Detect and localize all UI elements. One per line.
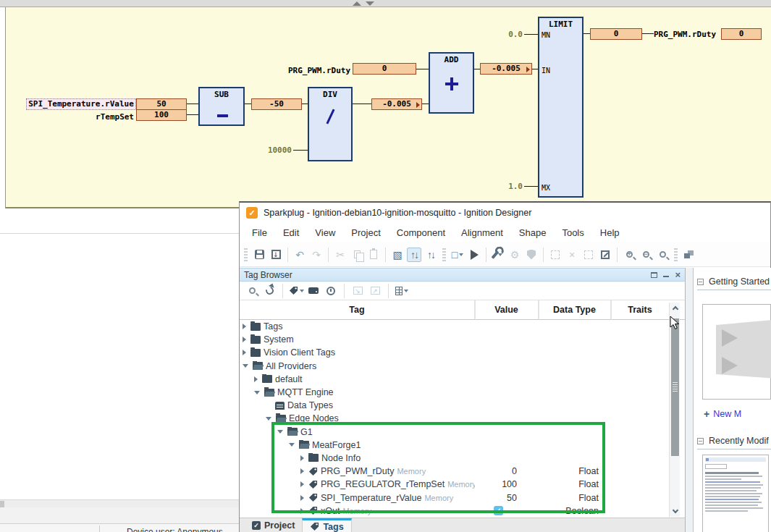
tab-tags[interactable]: Tags	[302, 518, 351, 532]
toolbar-grip[interactable]	[674, 248, 678, 261]
search-button[interactable]	[245, 284, 258, 297]
paste-button[interactable]	[366, 248, 381, 262]
vertical-scrollbar[interactable]	[669, 303, 680, 517]
toolbar-grip[interactable]	[442, 248, 446, 261]
float-panel-icon[interactable]	[651, 272, 657, 278]
minimize-panel-icon[interactable]	[663, 276, 669, 277]
scrollbar-thumb[interactable]	[0, 501, 4, 507]
menu-project[interactable]: Project	[343, 223, 388, 242]
fbd-variable-pwm-in[interactable]: PRG_PWM.rDuty	[288, 66, 350, 75]
save-import-button[interactable]: ↓	[269, 248, 283, 262]
zoom-reset-button[interactable]	[655, 248, 670, 262]
panel-splitter[interactable]	[686, 268, 693, 532]
cut-button[interactable]: ✂	[333, 248, 347, 262]
tree-row-default[interactable]: default	[240, 373, 685, 386]
preview-play-button[interactable]	[467, 248, 481, 262]
menu-alignment[interactable]: Alignment	[453, 223, 511, 242]
fbd-value-add-out[interactable]: -0.005	[480, 63, 532, 75]
add-tag-button[interactable]	[290, 284, 303, 297]
refresh-button[interactable]	[263, 284, 276, 297]
collapse-arrow-icon[interactable]	[254, 391, 260, 394]
scroll-up-button[interactable]	[670, 303, 681, 313]
sort-ascending-toggle[interactable]: ↑↓	[407, 248, 421, 262]
tree-row-all-providers[interactable]: All Providers	[240, 360, 685, 373]
udt-definitions-button[interactable]	[307, 284, 320, 297]
column-header-datatype[interactable]: Data Type	[539, 300, 611, 319]
resize-button[interactable]	[598, 248, 612, 262]
shape-select-button[interactable]: □	[450, 248, 465, 262]
collapse-section-icon[interactable]	[697, 279, 704, 285]
splitter-up-icon[interactable]	[353, 1, 361, 6]
collapse-bounds-button[interactable]: ×	[565, 248, 579, 262]
tools-wrench-button[interactable]	[491, 248, 505, 262]
close-panel-icon[interactable]: ×	[675, 271, 681, 279]
fbd-value-div-out[interactable]: -0.005	[371, 98, 422, 110]
fbd-value-pwm-out[interactable]: 0	[721, 28, 762, 40]
menu-edit[interactable]: Edit	[275, 223, 307, 242]
security-button[interactable]	[524, 248, 539, 262]
fbd-variable-rtempset[interactable]: rTempSet	[56, 112, 134, 122]
fbd-variable-spi-temperature[interactable]: SPI_Temperature.rValue	[26, 98, 136, 110]
sort-descending-toggle[interactable]: ↑↓	[424, 248, 438, 262]
new-item-link[interactable]: + New M	[704, 408, 741, 420]
recently-modified-section-header[interactable]: Recently Modif	[697, 436, 771, 446]
fbd-block-div[interactable]: DIV	[308, 87, 353, 161]
collapse-arrow-icon[interactable]	[266, 417, 271, 421]
fbd-value-pwm-in[interactable]: 0	[353, 63, 416, 75]
getting-started-thumbnail[interactable]	[702, 304, 771, 400]
getting-started-section-header[interactable]: Getting Started	[697, 276, 771, 287]
menu-view[interactable]: View	[307, 223, 343, 242]
tree-row-vision-client-tags[interactable]: Vision Client Tags	[240, 346, 685, 359]
horizontal-scrollbar[interactable]	[0, 499, 239, 507]
collapse-section-icon[interactable]	[697, 438, 704, 444]
grid-options-button[interactable]	[395, 284, 408, 297]
menu-tools[interactable]: Tools	[554, 223, 591, 242]
save-button[interactable]	[252, 248, 266, 262]
fbd-value-limit-out[interactable]: 0	[590, 28, 642, 40]
tree-row-data-types[interactable]: Data Types	[240, 399, 685, 412]
undo-button[interactable]: ↶	[292, 248, 307, 262]
tree-row-system[interactable]: System	[240, 333, 685, 346]
style-toggle-button[interactable]: ▧	[390, 248, 405, 262]
fbd-constant-10000[interactable]: 10000	[262, 145, 292, 155]
tag-browser-header[interactable]: Tag Browser ×	[240, 268, 685, 282]
menu-help[interactable]: Help	[592, 223, 628, 242]
copy-button[interactable]	[350, 248, 364, 262]
expand-arrow-icon[interactable]	[243, 350, 246, 355]
import-tags-button[interactable]: ↘	[351, 284, 364, 297]
splitter-bar[interactable]	[0, 0, 771, 7]
scroll-down-button[interactable]	[670, 506, 681, 517]
zoom-in-button[interactable]: +	[622, 248, 636, 262]
fbd-variable-pwm-out[interactable]: PRG_PWM.rDuty	[654, 30, 719, 39]
scrollbar-thumb[interactable]	[671, 318, 679, 456]
fbd-constant-mx[interactable]: 1.0	[505, 182, 523, 191]
project-properties-button[interactable]: ⚙	[507, 248, 522, 262]
recently-modified-thumbnail[interactable]	[702, 455, 769, 532]
collapse-arrow-icon[interactable]	[243, 364, 248, 368]
column-header-value[interactable]: Value	[475, 300, 539, 319]
fbd-value-rtempset[interactable]: 100	[136, 109, 187, 121]
toolbar-grip[interactable]	[244, 248, 248, 261]
column-header-traits[interactable]: Traits	[611, 300, 669, 319]
tree-row-mqtt-engine[interactable]: MQTT Engine	[240, 386, 685, 399]
fbd-block-sub[interactable]: SUB	[198, 87, 245, 126]
expand-arrow-icon[interactable]	[243, 324, 246, 329]
fit-bounds-button[interactable]	[581, 248, 596, 262]
timer-button[interactable]	[324, 284, 337, 297]
expand-arrow-icon[interactable]	[254, 376, 258, 382]
splitter-down-icon[interactable]	[366, 1, 374, 6]
fbd-constant-mn[interactable]: 0.0	[505, 30, 523, 39]
cascade-windows-button[interactable]	[682, 248, 696, 262]
redo-button[interactable]: ↷	[309, 248, 324, 262]
tree-row-tags[interactable]: Tags	[240, 320, 685, 333]
fbd-block-limit[interactable]: LIMIT MN IN MX	[538, 17, 583, 198]
export-tags-button[interactable]: ↗	[368, 284, 382, 297]
menu-shape[interactable]: Shape	[511, 223, 555, 242]
fbd-value-spi[interactable]: 50	[136, 98, 187, 110]
expand-arrow-icon[interactable]	[243, 337, 246, 342]
expand-bounds-button[interactable]	[548, 248, 563, 262]
fbd-editor-canvas[interactable]: SPI_Temperature.rValue 50 rTempSet 100 S…	[0, 7, 771, 208]
fbd-block-add[interactable]: ADD	[429, 52, 474, 114]
title-bar[interactable]: ✓ Sparkplug - Ignition-debian10-ignition…	[240, 203, 770, 223]
column-header-tag[interactable]: Tag	[240, 300, 475, 319]
